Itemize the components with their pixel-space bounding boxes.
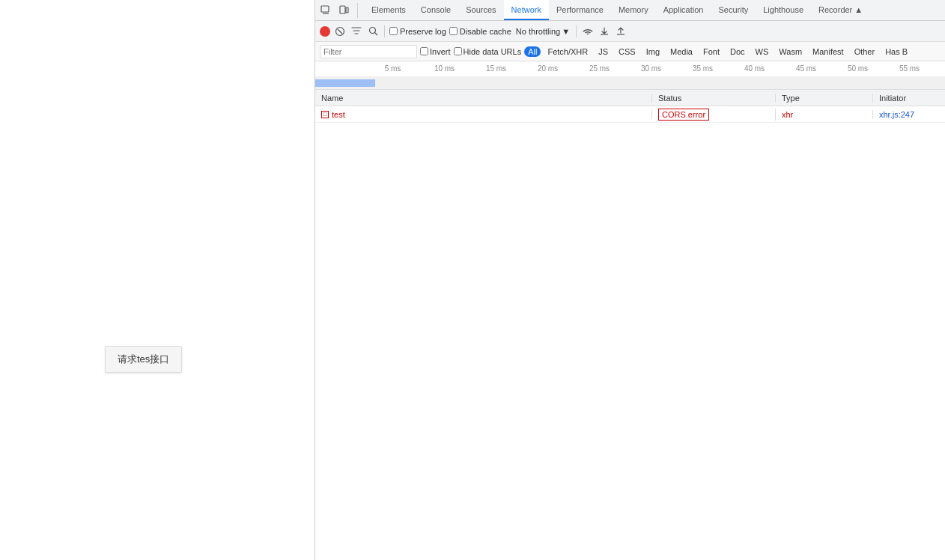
row-name: test (332, 110, 345, 119)
filter-type-font[interactable]: Font (699, 46, 723, 57)
preserve-log-input[interactable] (389, 27, 398, 35)
tick-4: 20 ms (522, 64, 574, 73)
network-toolbar: Preserve log Disable cache No throttling… (315, 21, 945, 42)
devtools-panel: Elements Console Sources Network Perform… (315, 0, 945, 560)
filter-type-media[interactable]: Media (666, 46, 696, 57)
col-header-status: Status (652, 94, 776, 103)
filter-type-js[interactable]: JS (595, 46, 612, 57)
filter-type-wasm[interactable]: Wasm (775, 46, 806, 57)
timeline: 5 ms 10 ms 15 ms 20 ms 25 ms 30 ms 35 ms… (315, 61, 945, 90)
filter-type-fetch-xhr[interactable]: Fetch/XHR (544, 46, 592, 57)
svg-line-7 (374, 33, 377, 36)
row-name-cell: □ test (315, 110, 652, 119)
page-area: 请求tes接口 Elements (0, 0, 945, 560)
filter-bar: Invert Hide data URLs All Fetch/XHR JS C… (315, 42, 945, 61)
tab-bar: Elements Console Sources Network Perform… (315, 0, 945, 21)
network-conditions-icon[interactable] (581, 25, 595, 38)
disable-cache-label: Disable cache (460, 27, 511, 36)
svg-point-6 (369, 28, 375, 34)
filter-type-has-b[interactable]: Has B (881, 46, 911, 57)
filter-type-manifest[interactable]: Manifest (809, 46, 848, 57)
timeline-ruler: 5 ms 10 ms 15 ms 20 ms 25 ms 30 ms 35 ms… (315, 61, 945, 76)
throttle-dropdown[interactable]: No throttling ▼ (514, 27, 571, 36)
hide-data-urls-label: Hide data URLs (464, 47, 522, 56)
network-table: Name Status Type Initiator □ test CORS e… (315, 90, 945, 560)
tick-2: 10 ms (419, 64, 470, 73)
tab-sources[interactable]: Sources (458, 0, 503, 20)
tick-12: 60 ms (935, 64, 945, 73)
clear-button[interactable] (333, 25, 347, 38)
page-content: 请求tes接口 (0, 0, 315, 560)
filter-input[interactable] (320, 45, 417, 58)
tick-10: 50 ms (832, 64, 884, 73)
tab-network[interactable]: Network (504, 0, 549, 20)
col-header-type: Type (776, 94, 873, 103)
table-row[interactable]: □ test CORS error xhr xhr.js:247 (315, 106, 945, 123)
inspect-icon[interactable] (318, 3, 333, 18)
row-type-cell: xhr (776, 110, 873, 119)
preserve-log-label: Preserve log (400, 27, 446, 36)
tab-icons (318, 3, 358, 18)
tick-11: 55 ms (884, 64, 935, 73)
invert-input[interactable] (420, 47, 428, 55)
toolbar-separator-2 (576, 25, 577, 37)
svg-rect-3 (346, 7, 348, 13)
request-test-button[interactable]: 请求tes接口 (105, 346, 182, 373)
invert-label: Invert (430, 47, 451, 56)
tick-3: 15 ms (470, 64, 522, 73)
tab-memory[interactable]: Memory (611, 0, 656, 20)
preserve-log-checkbox[interactable]: Preserve log (389, 27, 446, 36)
device-toolbar-icon[interactable] (336, 3, 351, 18)
filter-type-css[interactable]: CSS (615, 46, 639, 57)
tab-console[interactable]: Console (413, 0, 458, 20)
svg-line-5 (338, 29, 342, 34)
filter-type-doc[interactable]: Doc (726, 46, 749, 57)
invert-checkbox[interactable]: Invert (420, 47, 451, 56)
filter-type-all[interactable]: All (524, 46, 541, 57)
col-header-name: Name (315, 94, 652, 103)
error-icon: □ (321, 111, 329, 118)
tick-7: 35 ms (677, 64, 729, 73)
disable-cache-checkbox[interactable]: Disable cache (449, 27, 511, 36)
tab-recorder[interactable]: Recorder ▲ (811, 0, 870, 20)
cors-error-badge: CORS error (658, 109, 709, 121)
timeline-bar (315, 79, 375, 87)
record-button[interactable] (320, 26, 330, 37)
export-har-icon[interactable] (614, 25, 628, 38)
svg-rect-2 (340, 6, 345, 13)
tick-6: 30 ms (625, 64, 677, 73)
filter-type-other[interactable]: Other (851, 46, 879, 57)
tab-security[interactable]: Security (711, 0, 756, 20)
timeline-bar-area (315, 76, 945, 90)
tab-performance[interactable]: Performance (549, 0, 611, 20)
row-status-cell: CORS error (652, 109, 776, 121)
import-har-icon[interactable] (598, 25, 611, 38)
table-header: Name Status Type Initiator (315, 90, 945, 106)
toolbar-separator-1 (384, 25, 385, 37)
tick-8: 40 ms (729, 64, 780, 73)
search-icon[interactable] (366, 25, 380, 38)
throttle-value: No throttling (516, 27, 560, 36)
col-header-initiator: Initiator (873, 94, 945, 103)
tab-application[interactable]: Application (656, 0, 711, 20)
svg-rect-0 (321, 6, 329, 12)
tick-9: 45 ms (780, 64, 832, 73)
tab-elements[interactable]: Elements (364, 0, 413, 20)
tick-1: 5 ms (367, 64, 419, 73)
row-initiator-cell[interactable]: xhr.js:247 (873, 110, 945, 119)
filter-type-img[interactable]: Img (642, 46, 663, 57)
tick-5: 25 ms (574, 64, 625, 73)
hide-data-urls-checkbox[interactable]: Hide data URLs (454, 47, 522, 56)
disable-cache-input[interactable] (449, 27, 458, 35)
tab-lighthouse[interactable]: Lighthouse (756, 0, 811, 20)
hide-data-urls-input[interactable] (454, 47, 462, 55)
filter-type-ws[interactable]: WS (752, 46, 773, 57)
throttle-arrow: ▼ (562, 27, 570, 36)
filter-icon[interactable] (350, 25, 363, 38)
